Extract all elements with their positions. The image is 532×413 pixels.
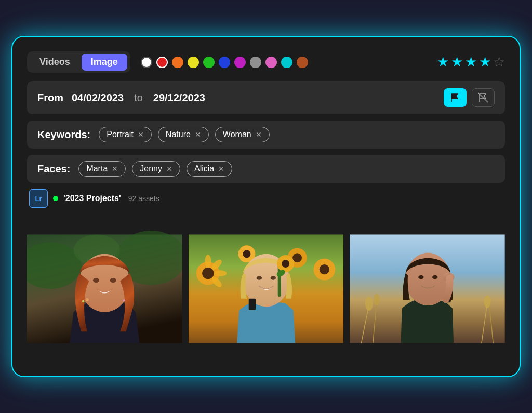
- catalog-name[interactable]: '2023 Projects': [63, 194, 121, 203]
- star-4[interactable]: ★: [479, 54, 491, 70]
- dot-green[interactable]: [203, 57, 215, 68]
- image-card-3[interactable]: [350, 216, 505, 362]
- dot-pink[interactable]: [265, 57, 277, 68]
- dot-red[interactable]: [156, 57, 168, 68]
- star-2[interactable]: ★: [451, 54, 463, 70]
- photo-1: [27, 216, 182, 362]
- svg-point-41: [484, 296, 491, 308]
- keyword-portrait-text: Portrait: [107, 130, 134, 139]
- face-alicia-text: Alicia: [194, 164, 214, 174]
- dot-yellow[interactable]: [188, 57, 199, 68]
- keyword-tag-portrait[interactable]: Portrait ✕: [99, 127, 152, 142]
- svg-point-32: [270, 276, 275, 279]
- dot-purple[interactable]: [234, 57, 246, 68]
- image-grid: [27, 216, 505, 362]
- svg-point-9: [86, 298, 89, 301]
- keyword-portrait-close[interactable]: ✕: [138, 130, 144, 139]
- tab-videos[interactable]: Videos: [30, 54, 79, 71]
- photo-2: [189, 216, 344, 362]
- svg-point-23: [214, 270, 227, 276]
- svg-rect-33: [248, 299, 255, 310]
- face-marta-close[interactable]: ✕: [112, 165, 118, 173]
- keyword-nature-text: Nature: [166, 130, 191, 139]
- online-indicator: [53, 196, 58, 201]
- flag-buttons: [444, 88, 495, 107]
- face-tag-jenny[interactable]: Jenny ✕: [132, 161, 180, 177]
- keyword-woman-close[interactable]: ✕: [256, 130, 262, 139]
- image-card-1[interactable]: [27, 216, 182, 362]
- dot-gray[interactable]: [250, 57, 261, 68]
- date-row: From 04/02/2023 to 29/12/2023: [27, 81, 505, 114]
- app-window: Videos Image ★ ★ ★ ★ ☆ From 04/02/2023: [11, 36, 521, 377]
- face-jenny-text: Jenny: [140, 164, 162, 174]
- unflag-button[interactable]: [472, 88, 495, 107]
- face-tag-alicia[interactable]: Alicia ✕: [187, 161, 232, 177]
- svg-point-7: [93, 278, 99, 283]
- svg-point-18: [243, 250, 250, 258]
- keyword-nature-close[interactable]: ✕: [195, 130, 201, 139]
- svg-point-20: [292, 253, 302, 262]
- svg-point-40: [374, 294, 380, 305]
- face-jenny-close[interactable]: ✕: [166, 165, 172, 173]
- face-marta-text: Marta: [86, 164, 108, 174]
- to-label: to: [134, 92, 143, 104]
- svg-point-16: [319, 264, 329, 274]
- svg-point-29: [282, 260, 289, 268]
- dot-orange[interactable]: [172, 57, 183, 68]
- tab-image[interactable]: Image: [82, 54, 127, 71]
- keyword-tag-nature[interactable]: Nature ✕: [158, 127, 209, 142]
- face-alicia-close[interactable]: ✕: [218, 165, 224, 173]
- catalog-row: Lr '2023 Projects' 92 assets: [27, 189, 505, 208]
- keywords-row: Keywords: Portrait ✕ Nature ✕ Woman ✕: [27, 121, 505, 149]
- keywords-label: Keywords:: [37, 129, 90, 141]
- image-card-2[interactable]: [189, 216, 344, 362]
- lightroom-icon: Lr: [29, 189, 48, 208]
- dot-blue[interactable]: [219, 57, 230, 68]
- unflag-icon: [477, 92, 489, 103]
- svg-point-39: [365, 297, 373, 311]
- keyword-woman-text: Woman: [223, 130, 251, 139]
- dot-white[interactable]: [141, 57, 152, 68]
- dot-brown[interactable]: [297, 57, 308, 68]
- svg-point-14: [202, 268, 214, 279]
- svg-point-47: [432, 275, 437, 279]
- star-rating: ★ ★ ★ ★ ☆: [437, 54, 505, 70]
- star-1[interactable]: ★: [437, 54, 449, 70]
- flag-button[interactable]: [444, 88, 467, 107]
- from-date[interactable]: 04/02/2023: [72, 92, 124, 104]
- svg-point-8: [110, 278, 116, 283]
- faces-label: Faces:: [37, 163, 70, 175]
- svg-point-10: [82, 300, 84, 302]
- top-row: Videos Image ★ ★ ★ ★ ☆: [27, 51, 505, 73]
- tab-group: Videos Image: [27, 51, 130, 73]
- dot-cyan[interactable]: [281, 57, 292, 68]
- star-3[interactable]: ★: [465, 54, 477, 70]
- color-dots: [141, 57, 427, 68]
- keyword-tag-woman[interactable]: Woman ✕: [215, 127, 270, 142]
- faces-row: Faces: Marta ✕ Jenny ✕ Alicia ✕: [27, 155, 505, 183]
- svg-point-46: [418, 275, 423, 279]
- catalog-count: 92 assets: [128, 194, 159, 203]
- svg-point-21: [205, 255, 211, 267]
- to-date[interactable]: 29/12/2023: [153, 92, 205, 104]
- svg-point-31: [256, 276, 261, 279]
- star-5[interactable]: ☆: [493, 54, 505, 70]
- svg-point-11: [123, 299, 125, 301]
- face-tag-marta[interactable]: Marta ✕: [78, 161, 126, 177]
- flag-icon: [449, 92, 461, 103]
- photo-3: [350, 216, 505, 362]
- from-label: From: [37, 92, 63, 104]
